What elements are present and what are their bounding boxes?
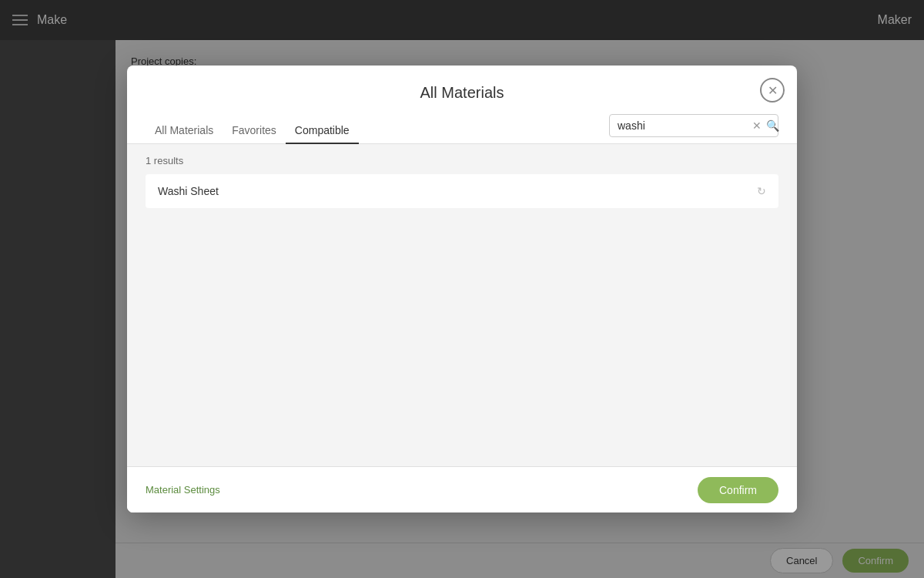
results-list: Washi Sheet ↻ bbox=[146, 174, 778, 208]
search-icon[interactable]: 🔍 bbox=[766, 119, 779, 132]
result-item[interactable]: Washi Sheet ↻ bbox=[146, 174, 778, 208]
modal-header: All Materials ✕ bbox=[127, 66, 797, 102]
materials-modal: All Materials ✕ All Materials Favorites … bbox=[127, 66, 797, 512]
search-row: ✕ 🔍 bbox=[609, 114, 778, 143]
modal-overlay: All Materials ✕ All Materials Favorites … bbox=[0, 0, 924, 578]
modal-tabs: All Materials Favorites Compatible bbox=[146, 118, 359, 143]
clear-search-icon[interactable]: ✕ bbox=[752, 119, 762, 132]
tab-favorites[interactable]: Favorites bbox=[223, 118, 286, 144]
modal-footer: Material Settings Confirm bbox=[127, 466, 797, 512]
results-count: 1 results bbox=[146, 144, 778, 174]
modal-confirm-button[interactable]: Confirm bbox=[698, 477, 778, 503]
result-name: Washi Sheet bbox=[158, 185, 219, 197]
modal-body: 1 results Washi Sheet ↻ bbox=[127, 144, 797, 512]
close-button[interactable]: ✕ bbox=[760, 78, 785, 102]
tab-all-materials[interactable]: All Materials bbox=[146, 118, 223, 144]
tab-compatible[interactable]: Compatible bbox=[286, 118, 359, 144]
material-settings-link[interactable]: Material Settings bbox=[146, 484, 220, 496]
search-box[interactable]: ✕ 🔍 bbox=[609, 114, 778, 137]
search-input[interactable] bbox=[618, 119, 752, 132]
loading-icon: ↻ bbox=[757, 185, 766, 197]
modal-title: All Materials bbox=[420, 84, 504, 101]
